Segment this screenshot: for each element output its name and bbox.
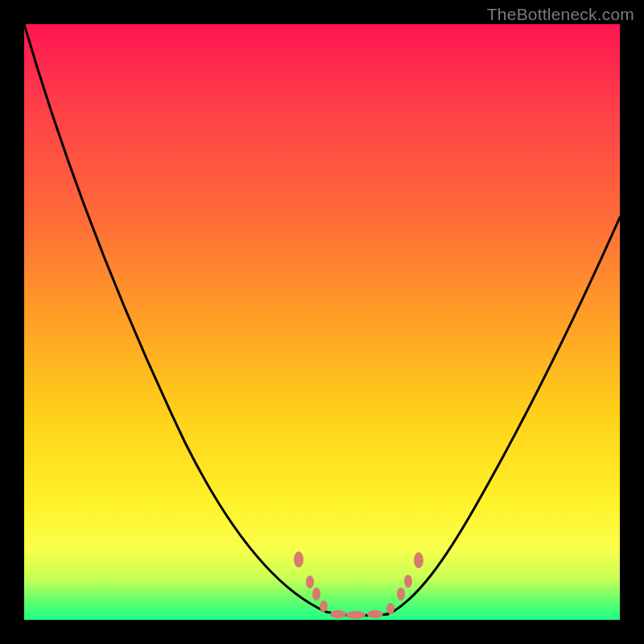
plot-area — [24, 24, 620, 620]
nodule — [346, 611, 365, 619]
nodule — [397, 588, 405, 601]
nodule — [312, 588, 320, 601]
nodule — [330, 610, 346, 618]
curve-left-branch — [24, 24, 338, 614]
curve-svg — [24, 24, 620, 620]
nodule — [414, 552, 423, 568]
nodule — [294, 551, 303, 568]
nodule — [386, 603, 394, 614]
nodule — [367, 610, 383, 618]
nodule — [404, 575, 412, 588]
nodule-group — [294, 551, 423, 619]
nodule — [320, 601, 328, 612]
nodule — [306, 576, 314, 588]
outer-frame: TheBottleneck.com — [0, 0, 644, 644]
watermark-text: TheBottleneck.com — [487, 5, 634, 24]
